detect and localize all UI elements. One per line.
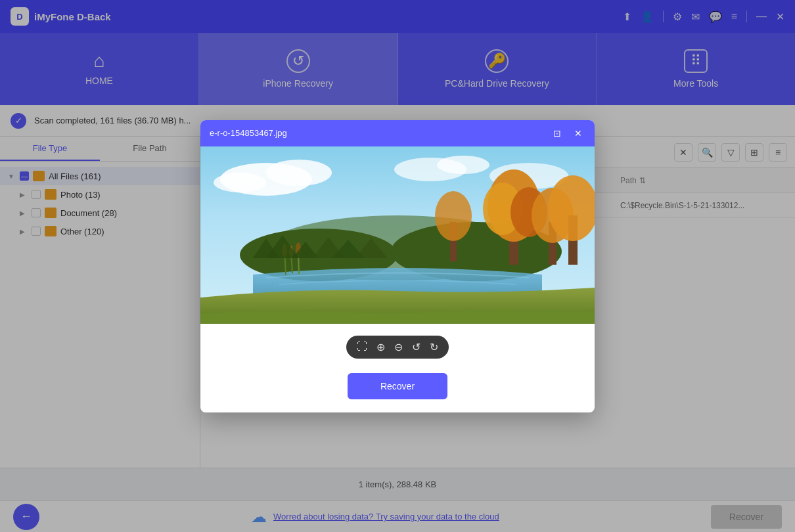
svg-point-2 — [266, 160, 332, 186]
modal-image-area — [200, 146, 595, 324]
image-control-bar: ⛶ ⊕ ⊖ ↺ ↻ — [346, 336, 449, 359]
modal: e-r-o-154853467.jpg ⊡ ✕ — [200, 120, 595, 412]
zoom-out-button[interactable]: ⊖ — [394, 341, 403, 353]
fullscreen-button[interactable]: ⛶ — [357, 341, 367, 353]
modal-controls: ⛶ ⊕ ⊖ ↺ ↻ — [200, 324, 595, 364]
modal-recover-button[interactable]: Recover — [348, 373, 447, 399]
modal-header: e-r-o-154853467.jpg ⊡ ✕ — [200, 120, 595, 146]
modal-recover-area: Recover — [200, 364, 595, 412]
landscape-image — [200, 146, 595, 324]
rotate-right-button[interactable]: ↻ — [430, 341, 438, 353]
modal-restore-button[interactable]: ⊡ — [550, 126, 564, 141]
modal-overlay: e-r-o-154853467.jpg ⊡ ✕ — [0, 0, 795, 532]
rotate-left-button[interactable]: ↺ — [412, 341, 420, 353]
modal-close-button[interactable]: ✕ — [571, 126, 585, 141]
modal-title: e-r-o-154853467.jpg — [210, 128, 543, 138]
svg-point-3 — [214, 173, 266, 192]
svg-point-19 — [435, 191, 472, 241]
zoom-in-button[interactable]: ⊕ — [376, 341, 385, 353]
svg-point-5 — [437, 156, 489, 174]
